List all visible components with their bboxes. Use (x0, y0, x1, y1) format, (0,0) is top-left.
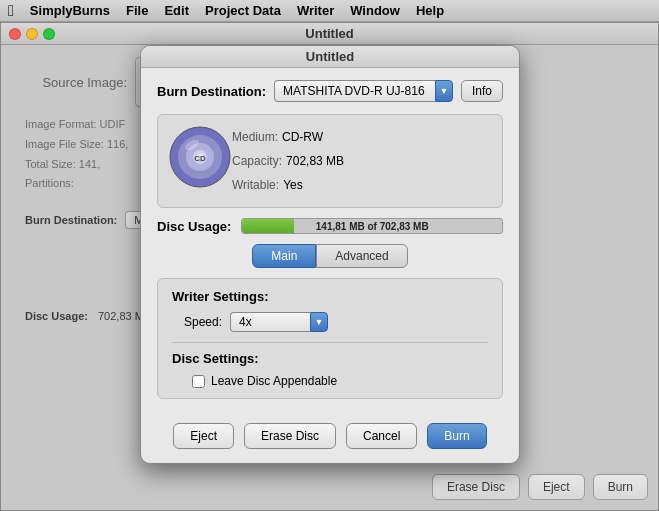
leave-appendable-checkbox[interactable] (192, 375, 205, 388)
disc-usage-progress-bar: 141,81 MB of 702,83 MB (241, 218, 503, 234)
disc-usage-row: Disc Usage: 141,81 MB of 702,83 MB (157, 218, 503, 234)
eject-button[interactable]: Eject (173, 423, 234, 449)
disc-settings-header: Disc Settings: (172, 351, 488, 366)
project-data-menu[interactable]: Project Data (205, 3, 281, 18)
bg-image-file-size-label: Image File Size: (25, 138, 104, 150)
leave-appendable-label: Leave Disc Appendable (211, 374, 337, 388)
source-image-label: Source Image: (17, 75, 127, 90)
dialog-titlebar: Untitled (141, 46, 519, 68)
dialog-buttons: Eject Erase Disc Cancel Burn (141, 411, 519, 463)
speed-dropdown-control[interactable]: 4x ▼ (230, 312, 328, 332)
erase-disc-button[interactable]: Erase Disc (244, 423, 336, 449)
bg-image-format-val: UDIF (100, 118, 126, 130)
burn-dest-dropdown-control[interactable]: MATSHITA DVD-R UJ-816 ▼ (274, 80, 453, 102)
capacity-key: Capacity: (232, 149, 282, 173)
writable-key: Writable: (232, 173, 279, 197)
cancel-button[interactable]: Cancel (346, 423, 417, 449)
menubar:  SimplyBurns File Edit Project Data Wri… (0, 0, 659, 22)
speed-dropdown[interactable]: 4x (230, 312, 310, 332)
bg-eject-button[interactable]: Eject (528, 474, 585, 500)
burn-dest-dropdown[interactable]: MATSHITA DVD-R UJ-816 (274, 80, 435, 102)
edit-menu[interactable]: Edit (164, 3, 189, 18)
burn-dialog: Untitled Burn Destination: MATSHITA DVD-… (140, 45, 520, 464)
bg-disc-usage-label: Disc Usage: (25, 310, 88, 322)
capacity-val: 702,83 MB (286, 149, 344, 173)
burn-destination-row: Burn Destination: MATSHITA DVD-R UJ-816 … (157, 80, 503, 102)
writer-settings-header: Writer Settings: (172, 289, 488, 304)
cd-icon: CD (168, 125, 232, 189)
speed-row: Speed: 4x ▼ (172, 312, 488, 332)
close-button[interactable] (9, 28, 21, 40)
medium-details: Medium: CD-RW Capacity: 702,83 MB Writab… (232, 125, 344, 197)
medium-key: Medium: (232, 125, 278, 149)
tab-panel-main: Writer Settings: Speed: 4x ▼ Disc Settin… (157, 278, 503, 399)
leave-appendable-row: Leave Disc Appendable (172, 374, 488, 388)
bg-total-size-val: 141, (79, 158, 100, 170)
tab-main[interactable]: Main (252, 244, 316, 268)
file-menu[interactable]: File (126, 3, 148, 18)
writable-row: Writable: Yes (232, 173, 344, 197)
tabs-row: Main Advanced (157, 244, 503, 268)
bg-partitions-label: Partitions: (25, 177, 74, 189)
app-menu[interactable]: SimplyBurns (30, 3, 110, 18)
speed-label: Speed: (172, 315, 222, 329)
help-menu[interactable]: Help (416, 3, 444, 18)
bg-window-title: Untitled (305, 26, 353, 41)
maximize-button[interactable] (43, 28, 55, 40)
burn-dest-dropdown-arrow-icon[interactable]: ▼ (435, 80, 453, 102)
bg-window-titlebar: Untitled (1, 23, 658, 45)
writer-menu[interactable]: Writer (297, 3, 334, 18)
bg-bottom-buttons: Erase Disc Eject Burn (432, 474, 648, 500)
svg-text:CD: CD (194, 154, 206, 163)
minimize-button[interactable] (26, 28, 38, 40)
burn-dest-label: Burn Destination: (157, 84, 266, 99)
capacity-row: Capacity: 702,83 MB (232, 149, 344, 173)
bg-burn-button[interactable]: Burn (593, 474, 648, 500)
window-menu[interactable]: Window (350, 3, 400, 18)
bg-erase-disc-button[interactable]: Erase Disc (432, 474, 520, 500)
dialog-title: Untitled (306, 49, 354, 64)
burn-button[interactable]: Burn (427, 423, 486, 449)
apple-menu-icon[interactable]:  (8, 2, 14, 20)
bg-total-size-label: Total Size: (25, 158, 76, 170)
traffic-lights (9, 28, 55, 40)
bg-image-file-size-val: 116, (107, 138, 128, 150)
speed-dropdown-arrow-icon[interactable]: ▼ (310, 312, 328, 332)
settings-divider (172, 342, 488, 343)
bg-image-format-label: Image Format: (25, 118, 97, 130)
medium-val: CD-RW (282, 125, 323, 149)
disc-usage-label: Disc Usage: (157, 219, 231, 234)
info-button[interactable]: Info (461, 80, 503, 102)
medium-section: CD Medium: CD-RW Capacity: 702,83 MB Wri… (157, 114, 503, 208)
bg-burn-dest-label: Burn Destination: (25, 214, 117, 226)
writable-val: Yes (283, 173, 303, 197)
progress-bar-text: 141,81 MB of 702,83 MB (242, 219, 502, 233)
tab-advanced[interactable]: Advanced (316, 244, 407, 268)
dialog-content: Burn Destination: MATSHITA DVD-R UJ-816 … (141, 68, 519, 411)
medium-row: Medium: CD-RW (232, 125, 344, 149)
